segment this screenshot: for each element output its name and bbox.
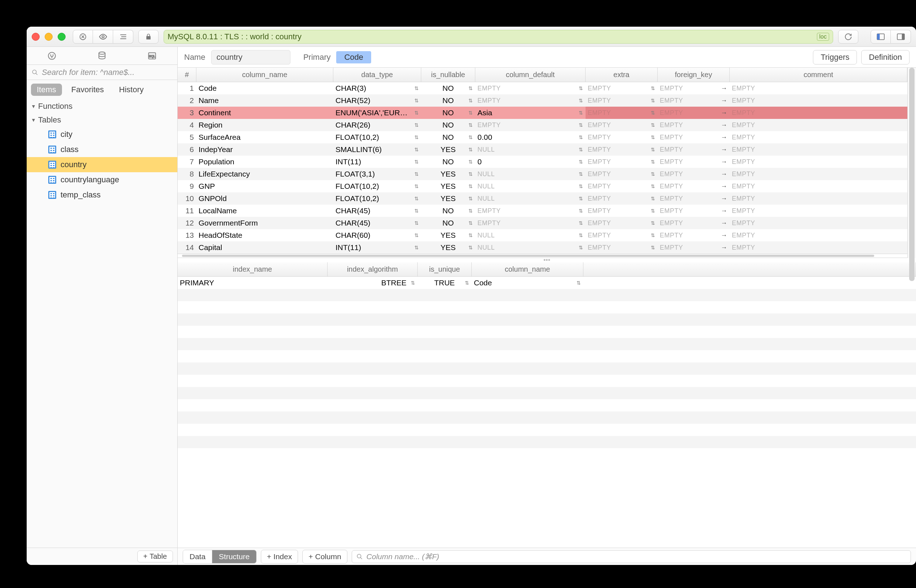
format-icon[interactable] <box>113 30 133 44</box>
sidebar-item-countrylanguage[interactable]: countrylanguage <box>27 172 177 187</box>
cell-data-type[interactable]: FLOAT(3,1)⇅ <box>333 168 421 180</box>
cell-extra[interactable]: EMPTY⇅ <box>586 192 658 205</box>
cell-data-type[interactable]: CHAR(45)⇅ <box>333 205 421 217</box>
column-row[interactable]: 14CapitalINT(11)⇅YES⇅NULL⇅EMPTY⇅EMPTY→EM… <box>178 241 907 254</box>
cell-extra[interactable]: EMPTY⇅ <box>586 131 658 144</box>
cell-default[interactable]: EMPTY⇅ <box>475 82 586 94</box>
cell-comment[interactable]: EMPTY <box>730 119 907 131</box>
cell-data-type[interactable]: ENUM('ASIA','EUR…⇅ <box>333 107 421 119</box>
cell-foreign-key[interactable]: EMPTY→ <box>658 217 730 229</box>
cell-default[interactable]: NULL⇅ <box>475 168 586 180</box>
cell-foreign-key[interactable]: EMPTY→ <box>658 241 730 254</box>
cell-nullable[interactable]: YES⇅ <box>421 180 475 192</box>
tab-items[interactable]: Items <box>31 84 62 96</box>
cell-foreign-key[interactable]: EMPTY→ <box>658 94 730 107</box>
cell-nullable[interactable]: YES⇅ <box>421 168 475 180</box>
cell-default[interactable]: EMPTY⇅ <box>475 94 586 107</box>
cell-index-alg[interactable]: BTREE⇅ <box>328 277 418 289</box>
cell-extra[interactable]: EMPTY⇅ <box>586 144 658 156</box>
add-index-button[interactable]: +Index <box>261 550 298 564</box>
cell-column-name[interactable]: SurfaceArea <box>196 131 333 144</box>
column-search-input[interactable] <box>366 552 906 561</box>
vertical-scrollbar[interactable] <box>907 68 916 258</box>
cell-comment[interactable]: EMPTY <box>730 192 907 205</box>
cell-foreign-key[interactable]: EMPTY→ <box>658 119 730 131</box>
column-row[interactable]: 8LifeExpectancyFLOAT(3,1)⇅YES⇅NULL⇅EMPTY… <box>178 168 907 180</box>
cell-foreign-key[interactable]: EMPTY→ <box>658 144 730 156</box>
connection-address[interactable]: MySQL 8.0.11 : TLS : : world : country l… <box>163 30 833 44</box>
cell-data-type[interactable]: CHAR(26)⇅ <box>333 119 421 131</box>
cell-foreign-key[interactable]: EMPTY→ <box>658 205 730 217</box>
cell-nullable[interactable]: NO⇅ <box>421 82 475 94</box>
th-index[interactable]: # <box>178 68 196 82</box>
cell-nullable[interactable]: NO⇅ <box>421 94 475 107</box>
triggers-button[interactable]: Triggers <box>813 50 857 65</box>
cell-nullable[interactable]: YES⇅ <box>421 144 475 156</box>
tab-history[interactable]: History <box>113 84 149 96</box>
cell-column-name[interactable]: Region <box>196 119 333 131</box>
th-comment[interactable]: comment <box>730 68 907 82</box>
cell-column-name[interactable]: Population <box>196 156 333 168</box>
cell-comment[interactable]: EMPTY <box>730 82 907 94</box>
refresh-button[interactable] <box>838 30 858 44</box>
cell-foreign-key[interactable]: EMPTY→ <box>658 131 730 144</box>
sidebar-item-country[interactable]: country <box>27 157 177 172</box>
cell-nullable[interactable]: NO⇅ <box>421 119 475 131</box>
cell-index-column[interactable]: Code⇅ <box>472 277 583 289</box>
cell-is-unique[interactable]: TRUE⇅ <box>418 277 472 289</box>
sidebar-search[interactable] <box>27 65 177 80</box>
cell-comment[interactable]: EMPTY <box>730 131 907 144</box>
cell-nullable[interactable]: YES⇅ <box>421 229 475 241</box>
cell-foreign-key[interactable]: EMPTY→ <box>658 229 730 241</box>
cell-data-type[interactable]: CHAR(3)⇅ <box>333 82 421 94</box>
th-column-default[interactable]: column_default <box>475 68 586 82</box>
column-row[interactable]: 9GNPFLOAT(10,2)⇅YES⇅NULL⇅EMPTY⇅EMPTY→EMP… <box>178 180 907 192</box>
primary-value[interactable]: Code <box>336 51 371 63</box>
cell-extra[interactable]: EMPTY⇅ <box>586 156 658 168</box>
cell-comment[interactable]: EMPTY <box>730 241 907 254</box>
cell-data-type[interactable]: CHAR(45)⇅ <box>333 217 421 229</box>
sidebar-item-city[interactable]: city <box>27 127 177 142</box>
add-column-button[interactable]: +Column <box>302 550 347 564</box>
cell-default[interactable]: NULL⇅ <box>475 180 586 192</box>
column-row[interactable]: 3ContinentENUM('ASIA','EUR…⇅NO⇅Asia⇅EMPT… <box>178 107 907 119</box>
index-row[interactable]: PRIMARYBTREE⇅TRUE⇅Code⇅ <box>178 277 916 289</box>
cell-foreign-key[interactable]: EMPTY→ <box>658 107 730 119</box>
view-icon[interactable] <box>93 30 113 44</box>
cell-column-name[interactable]: Code <box>196 82 333 94</box>
cell-comment[interactable]: EMPTY <box>730 217 907 229</box>
structure-tab[interactable]: Structure <box>212 550 256 563</box>
cell-extra[interactable]: EMPTY⇅ <box>586 119 658 131</box>
stop-button[interactable] <box>73 30 93 44</box>
cell-nullable[interactable]: NO⇅ <box>421 156 475 168</box>
database-icon[interactable] <box>96 50 108 62</box>
lock-icon[interactable] <box>138 30 158 44</box>
th-data-type[interactable]: data_type <box>333 68 421 82</box>
sql-icon[interactable]: SQL <box>146 50 158 62</box>
cell-default[interactable]: EMPTY⇅ <box>475 205 586 217</box>
zoom-icon[interactable] <box>58 33 66 41</box>
cell-foreign-key[interactable]: EMPTY→ <box>658 192 730 205</box>
close-icon[interactable] <box>32 33 40 41</box>
cell-extra[interactable]: EMPTY⇅ <box>586 205 658 217</box>
column-row[interactable]: 11LocalNameCHAR(45)⇅NO⇅EMPTY⇅EMPTY⇅EMPTY… <box>178 205 907 217</box>
horizontal-scrollbar[interactable] <box>178 254 907 258</box>
column-row[interactable]: 10GNPOldFLOAT(10,2)⇅YES⇅NULL⇅EMPTY⇅EMPTY… <box>178 192 907 205</box>
column-row[interactable]: 12GovernmentFormCHAR(45)⇅NO⇅EMPTY⇅EMPTY⇅… <box>178 217 907 229</box>
cell-foreign-key[interactable]: EMPTY→ <box>658 156 730 168</box>
cell-data-type[interactable]: CHAR(52)⇅ <box>333 94 421 107</box>
column-search[interactable] <box>352 550 911 563</box>
column-row[interactable]: 4RegionCHAR(26)⇅NO⇅EMPTY⇅EMPTY⇅EMPTY→EMP… <box>178 119 907 131</box>
cell-nullable[interactable]: YES⇅ <box>421 241 475 254</box>
cell-nullable[interactable]: NO⇅ <box>421 131 475 144</box>
column-row[interactable]: 2NameCHAR(52)⇅NO⇅EMPTY⇅EMPTY⇅EMPTY→EMPTY <box>178 94 907 107</box>
cell-data-type[interactable]: FLOAT(10,2)⇅ <box>333 192 421 205</box>
cell-column-name[interactable]: Name <box>196 94 333 107</box>
th-index-algorithm[interactable]: index_algorithm <box>328 262 418 276</box>
cell-default[interactable]: NULL⇅ <box>475 229 586 241</box>
cell-foreign-key[interactable]: EMPTY→ <box>658 82 730 94</box>
cell-comment[interactable]: EMPTY <box>730 107 907 119</box>
cell-data-type[interactable]: FLOAT(10,2)⇅ <box>333 131 421 144</box>
split-grip[interactable]: ••• <box>178 258 916 262</box>
data-tab[interactable]: Data <box>183 550 212 563</box>
